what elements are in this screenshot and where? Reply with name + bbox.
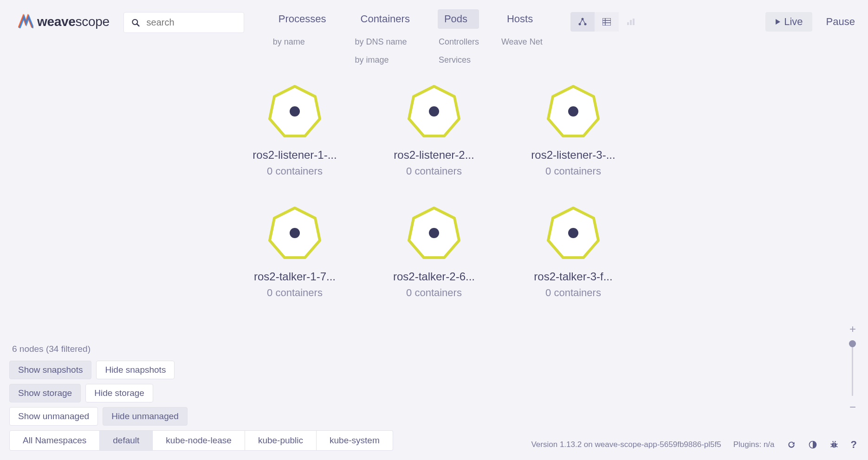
svg-point-15	[290, 106, 300, 117]
pod-node[interactable]: ros2-listener-2... 0 containers	[383, 84, 485, 177]
play-icon	[775, 19, 781, 25]
pod-node[interactable]: ros2-listener-3-... 0 containers	[522, 84, 624, 177]
show-storage-button[interactable]: Show storage	[9, 384, 81, 402]
svg-line-6	[583, 19, 585, 24]
svg-rect-13	[633, 19, 635, 25]
svg-line-5	[580, 19, 583, 24]
footer: Version 1.13.2 on weave-scope-app-5659fb…	[531, 439, 857, 451]
graph-icon	[578, 18, 587, 26]
svg-line-31	[830, 446, 832, 447]
search-input[interactable]	[147, 17, 236, 28]
nav-pods-controllers[interactable]: Controllers	[438, 37, 479, 47]
svg-point-19	[568, 106, 578, 117]
ns-kube-node-lease[interactable]: kube-node-lease	[153, 430, 245, 451]
heptagon-icon	[406, 84, 462, 139]
nav-pods-services[interactable]: Services	[438, 55, 479, 65]
node-sublabel: 0 containers	[545, 287, 601, 299]
nav-processes-by-name[interactable]: by name	[272, 37, 333, 47]
resource-icon	[627, 18, 635, 26]
filter-count: 6 nodes (34 filtered)	[12, 344, 393, 354]
svg-point-23	[429, 228, 439, 238]
zoom-in-button[interactable]: +	[849, 323, 856, 336]
pod-node[interactable]: ros2-listener-1-... 0 containers	[244, 84, 346, 177]
svg-point-25	[568, 228, 578, 238]
nav-hosts[interactable]: Hosts	[500, 9, 543, 29]
help-icon[interactable]: ?	[851, 439, 857, 451]
heptagon-icon	[545, 84, 601, 139]
node-label: ros2-talker-2-6...	[393, 270, 475, 283]
nav-pods[interactable]: Pods	[438, 9, 479, 29]
node-label: ros2-listener-3-...	[531, 149, 615, 162]
hide-unmanaged-button[interactable]: Hide unmanaged	[103, 407, 188, 426]
svg-rect-11	[627, 22, 629, 25]
svg-point-21	[290, 228, 300, 238]
svg-line-29	[830, 444, 832, 444]
zoom-out-button[interactable]: −	[849, 401, 856, 414]
svg-rect-12	[630, 20, 632, 25]
pod-node[interactable]: ros2-talker-1-7... 0 containers	[244, 205, 346, 299]
version-text: Version 1.13.2 on weave-scope-app-5659fb…	[531, 440, 721, 449]
show-unmanaged-button[interactable]: Show unmanaged	[9, 407, 98, 426]
table-icon	[602, 18, 611, 26]
ns-all[interactable]: All Namespaces	[9, 430, 100, 451]
svg-line-30	[836, 444, 837, 444]
nav-containers-by-dns[interactable]: by DNS name	[354, 37, 416, 47]
topology-nav: Processes by name Containers by DNS name…	[272, 9, 543, 65]
logo: weavescope	[18, 14, 110, 30]
view-mode-toggle	[570, 12, 643, 32]
table-view-button[interactable]	[595, 12, 619, 32]
nav-containers[interactable]: Containers	[354, 9, 416, 29]
svg-point-17	[429, 106, 439, 117]
nav-processes[interactable]: Processes	[272, 9, 333, 29]
graph-view-button[interactable]	[570, 12, 595, 32]
heptagon-icon	[267, 84, 323, 139]
weave-logo-icon	[18, 14, 33, 30]
search-box[interactable]	[123, 12, 244, 33]
pod-node[interactable]: ros2-talker-2-6... 0 containers	[383, 205, 485, 299]
node-sublabel: 0 containers	[267, 165, 323, 177]
svg-point-34	[835, 441, 836, 442]
show-snapshots-button[interactable]: Show snapshots	[9, 361, 91, 379]
node-label: ros2-talker-3-f...	[534, 270, 612, 283]
logo-text-light: scope	[76, 14, 110, 29]
contrast-icon[interactable]	[808, 440, 817, 449]
heptagon-icon	[545, 205, 601, 261]
namespace-selector: All Namespaces default kube-node-lease k…	[9, 430, 393, 451]
live-button[interactable]: Live	[765, 12, 812, 32]
pod-node[interactable]: ros2-talker-3-f... 0 containers	[522, 205, 624, 299]
node-sublabel: 0 containers	[545, 165, 601, 177]
node-sublabel: 0 containers	[267, 287, 323, 299]
node-sublabel: 0 containers	[406, 165, 462, 177]
node-sublabel: 0 containers	[406, 287, 462, 299]
svg-rect-7	[602, 18, 611, 26]
node-label: ros2-talker-1-7...	[254, 270, 336, 283]
nav-containers-by-image[interactable]: by image	[354, 55, 416, 65]
ns-kube-system[interactable]: kube-system	[317, 430, 393, 451]
bug-icon[interactable]	[829, 440, 839, 449]
zoom-thumb[interactable]	[849, 340, 856, 347]
ns-default[interactable]: default	[100, 430, 153, 451]
svg-point-33	[832, 441, 834, 442]
zoom-controls: + −	[849, 323, 856, 414]
search-icon	[131, 18, 140, 28]
refresh-icon[interactable]	[787, 440, 796, 449]
hide-snapshots-button[interactable]: Hide snapshots	[96, 361, 175, 379]
svg-line-1	[137, 24, 139, 26]
ns-kube-public[interactable]: kube-public	[245, 430, 317, 451]
resource-view-button	[619, 12, 643, 32]
heptagon-icon	[267, 205, 323, 261]
svg-line-32	[836, 446, 837, 447]
filter-panel: 6 nodes (34 filtered) Show snapshots Hid…	[9, 344, 393, 451]
pause-button[interactable]: Pause	[826, 16, 855, 28]
node-label: ros2-listener-2...	[394, 149, 474, 162]
hide-storage-button[interactable]: Hide storage	[85, 384, 153, 402]
zoom-slider[interactable]	[852, 340, 853, 396]
plugins-text: Plugins: n/a	[733, 440, 775, 449]
heptagon-icon	[406, 205, 462, 261]
nav-hosts-weavenet[interactable]: Weave Net	[500, 37, 543, 47]
logo-text-bold: weave	[37, 14, 76, 29]
live-label: Live	[784, 16, 803, 28]
node-label: ros2-listener-1-...	[253, 149, 337, 162]
topology-canvas: ros2-listener-1-... 0 containers ros2-li…	[0, 84, 868, 299]
